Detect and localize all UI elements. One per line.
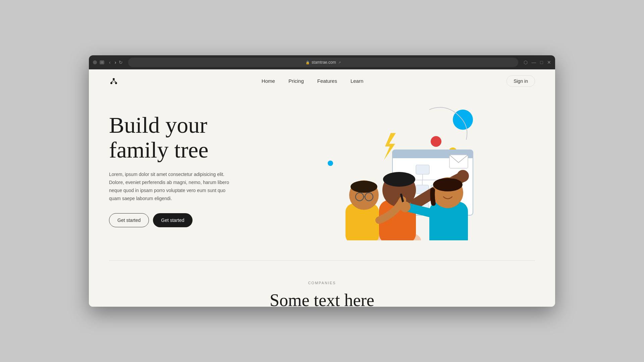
svg-point-35 <box>383 172 415 187</box>
window-btn-menu[interactable] <box>93 60 97 64</box>
close-icon[interactable]: ✕ <box>547 60 551 65</box>
nav-item-pricing[interactable]: Pricing <box>288 78 304 84</box>
share-icon[interactable]: ⬡ <box>524 60 528 65</box>
svg-point-6 <box>453 110 473 130</box>
website-content: Home Pricing Features Learn Sign in Buil… <box>89 69 555 307</box>
navbar: Home Pricing Features Learn Sign in <box>89 69 555 93</box>
window-btn-sidebar[interactable]: ▤ <box>100 60 104 64</box>
svg-point-9 <box>328 161 333 166</box>
hero-description: Lorem, ipsum dolor sit amet consectetur … <box>109 171 236 202</box>
logo-icon <box>109 76 118 86</box>
url-text: stamtrae.com <box>312 60 336 65</box>
browser-window: ▤ ‹ › ↻ 🔒 stamtrae.com ↗ ⬡ — □ ✕ <box>89 55 555 307</box>
lock-icon: 🔒 <box>306 61 310 64</box>
forward-arrow[interactable]: › <box>113 59 118 66</box>
nav-item-learn[interactable]: Learn <box>351 78 363 84</box>
nav-arrows: ‹ › <box>108 59 117 66</box>
illustration-svg <box>277 100 535 240</box>
browser-actions: ⬡ — □ ✕ <box>524 60 551 65</box>
nav-link-features[interactable]: Features <box>317 78 337 84</box>
nav-link-learn[interactable]: Learn <box>351 78 363 84</box>
browser-chrome: ▤ ‹ › ↻ 🔒 stamtrae.com ↗ ⬡ — □ ✕ <box>89 55 555 69</box>
window-controls: ▤ <box>93 60 104 64</box>
svg-point-39 <box>351 181 377 193</box>
logo[interactable] <box>109 76 118 86</box>
maximize-icon[interactable]: □ <box>540 60 543 65</box>
external-link-icon: ↗ <box>338 61 341 64</box>
hero-title-line2: family tree <box>109 137 208 163</box>
sign-in-button[interactable]: Sign in <box>506 75 535 87</box>
svg-point-2 <box>115 82 117 84</box>
back-arrow[interactable]: ‹ <box>108 59 112 66</box>
svg-point-7 <box>431 136 441 147</box>
nav-item-home[interactable]: Home <box>262 78 275 84</box>
nav-item-features[interactable]: Features <box>317 78 337 84</box>
svg-point-46 <box>433 178 463 191</box>
svg-rect-16 <box>416 165 429 174</box>
nav-links: Home Pricing Features Learn <box>262 78 363 84</box>
get-started-filled-button[interactable]: Get started <box>153 213 192 227</box>
hero-buttons: Get started Get started <box>109 213 263 227</box>
hero-content: Build your family tree Lorem, ipsum dolo… <box>109 113 263 228</box>
minimize-icon[interactable]: — <box>532 60 536 65</box>
svg-point-47 <box>400 201 411 212</box>
companies-title: Some text here <box>109 290 535 307</box>
hero-illustration <box>277 100 535 240</box>
nav-link-pricing[interactable]: Pricing <box>288 78 304 84</box>
svg-point-0 <box>113 78 115 80</box>
svg-point-1 <box>110 82 112 84</box>
svg-line-3 <box>111 80 114 82</box>
address-bar[interactable]: 🔒 stamtrae.com ↗ <box>128 58 518 67</box>
refresh-button[interactable]: ↻ <box>119 60 123 65</box>
nav-link-home[interactable]: Home <box>262 78 275 84</box>
companies-label: COMPANIES <box>109 281 535 285</box>
hero-title: Build your family tree <box>109 113 263 163</box>
hero-title-line1: Build your <box>109 112 207 138</box>
get-started-outline-button[interactable]: Get started <box>109 213 149 227</box>
companies-section: COMPANIES Some text here Lorem, ipsum do… <box>89 261 555 307</box>
hero-section: Build your family tree Lorem, ipsum dolo… <box>89 93 555 260</box>
svg-line-4 <box>114 80 116 82</box>
